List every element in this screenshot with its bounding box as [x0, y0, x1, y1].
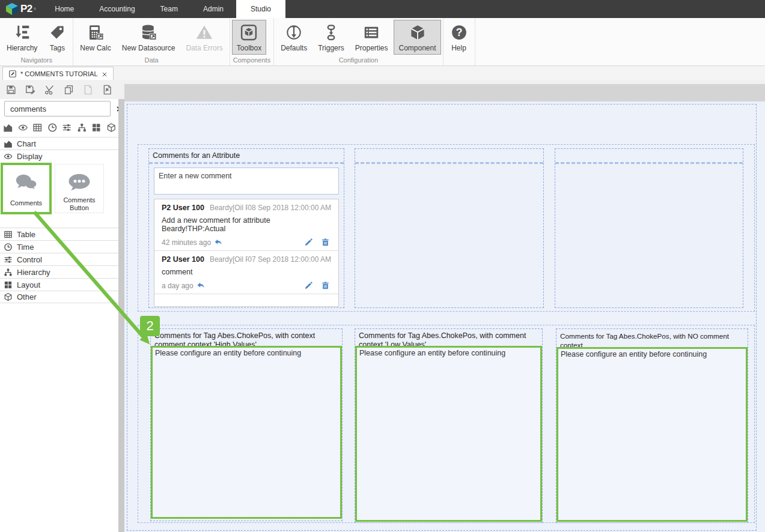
new-datasource-button[interactable]: New Datasource: [117, 20, 180, 55]
comment-card: P2 User 100 Beardy[Oil Prod... 08 Sep 20…: [154, 199, 338, 251]
triggers-icon: [322, 23, 340, 41]
save-icon[interactable]: [5, 84, 17, 95]
display-filter-icon[interactable]: [18, 122, 28, 133]
delete-comment-icon[interactable]: [321, 238, 330, 247]
section-label: Layout: [17, 280, 40, 289]
copy-icon[interactable]: [63, 84, 75, 95]
tree-icon: [4, 268, 13, 277]
cube-icon: [4, 292, 13, 301]
ribbon-group-configuration: Defaults Triggers Properties Component C…: [274, 18, 443, 65]
top-navbar: P2® Home Accounting Team Admin Studio: [0, 0, 765, 18]
comments-component-tile[interactable]: Comments: [1, 163, 52, 214]
tags-button[interactable]: Tags: [43, 20, 71, 55]
ribbon-group-help: ? Help: [443, 18, 475, 65]
document-tab-title: * COMMENTS TUTORIAL: [20, 70, 98, 77]
cut-icon[interactable]: [44, 84, 55, 95]
section-label: Control: [17, 255, 42, 264]
comment-age: a day ago: [162, 282, 194, 290]
ribbon-group-label-configuration: Configuration: [276, 55, 440, 65]
calculator-icon: [87, 23, 105, 41]
panel-title: Comments for an Attribute: [149, 149, 344, 164]
toolbox-button[interactable]: Toolbox: [232, 20, 266, 55]
control-filter-icon[interactable]: [62, 122, 72, 133]
comment-timestamp: 07 Sep 2018 12:00:00 AM: [248, 255, 331, 264]
configure-entity-box[interactable]: Please configure an entity before contin…: [355, 346, 542, 522]
empty-panel[interactable]: [555, 148, 743, 308]
document-tab[interactable]: * COMMENTS TUTORIAL: [2, 67, 114, 80]
table-icon: [4, 230, 13, 239]
toolbox-icon: [240, 23, 258, 41]
comments-icon: [13, 171, 40, 195]
ribbon: Hierarchy Tags Navigators New Calc New D…: [0, 18, 765, 66]
properties-button[interactable]: Properties: [350, 20, 393, 55]
eye-icon: [4, 152, 13, 161]
sidebar-section-other[interactable]: Other: [0, 291, 118, 303]
comments-tag-nocontext-panel[interactable]: Comments for Tag Abes.ChokePos, with NO …: [556, 328, 748, 523]
defaults-button[interactable]: Defaults: [276, 20, 312, 55]
comments-button-component-tile[interactable]: Comments Button: [55, 165, 103, 213]
component-icon: [409, 23, 427, 41]
time-filter-icon[interactable]: [47, 122, 58, 133]
section-label: Hierarchy: [17, 268, 50, 277]
nav-item-studio[interactable]: Studio: [236, 0, 285, 18]
comments-button-icon: [66, 171, 93, 195]
configure-entity-box[interactable]: Please configure an entity before contin…: [556, 347, 748, 522]
grid-icon: [4, 280, 13, 289]
configure-entity-box[interactable]: Please configure an entity before contin…: [151, 346, 342, 519]
sidebar-section-layout[interactable]: Layout: [0, 278, 118, 291]
new-calc-button[interactable]: New Calc: [75, 20, 115, 55]
other-filter-icon[interactable]: [106, 122, 117, 133]
edit-comment-icon[interactable]: [304, 281, 313, 290]
nav-item-admin[interactable]: Admin: [190, 0, 236, 18]
new-calc-button-label: New Calc: [80, 44, 111, 52]
document-tab-bar: * COMMENTS TUTORIAL: [0, 66, 765, 80]
close-icon[interactable]: [102, 71, 108, 77]
tags-button-label: Tags: [50, 44, 65, 52]
comments-tag-low-panel[interactable]: Comments for Tag Abes.ChokePos, with com…: [355, 328, 543, 523]
comment-source: Beardy[Oil Prod...: [210, 204, 248, 212]
nav-item-accounting[interactable]: Accounting: [87, 0, 147, 18]
hierarchy-button[interactable]: Hierarchy: [2, 20, 42, 55]
empty-panel[interactable]: [355, 148, 544, 308]
panel-title: [355, 149, 543, 164]
sidebar-section-hierarchy[interactable]: Hierarchy: [0, 265, 118, 278]
table-filter-icon[interactable]: [32, 122, 43, 133]
reply-icon[interactable]: [214, 238, 223, 247]
hierarchy-filter-icon[interactable]: [77, 122, 87, 133]
search-input[interactable]: [5, 104, 116, 113]
help-button-label: Help: [451, 44, 466, 52]
chart-filter-icon[interactable]: [3, 122, 13, 133]
save-as-icon[interactable]: [25, 84, 36, 95]
sidebar-section-control[interactable]: Control: [0, 253, 118, 265]
section-label: Table: [17, 230, 35, 239]
nav-item-team[interactable]: Team: [148, 0, 190, 18]
delete-comment-icon[interactable]: [321, 281, 330, 290]
comments-tile-label: Comments: [10, 199, 42, 207]
component-button[interactable]: Component: [394, 20, 440, 55]
nav-item-home[interactable]: Home: [42, 0, 87, 18]
comment-text: comment: [162, 268, 331, 276]
sidebar-section-chart[interactable]: Chart: [0, 137, 118, 150]
help-button[interactable]: ? Help: [445, 20, 473, 55]
comment-age: 42 minutes ago: [162, 238, 211, 247]
triggers-button[interactable]: Triggers: [313, 20, 349, 55]
properties-button-label: Properties: [355, 44, 388, 52]
defaults-icon: [285, 23, 303, 41]
new-comment-input[interactable]: Enter a new comment: [154, 168, 339, 195]
layout-filter-icon[interactable]: [91, 122, 102, 133]
comments-tag-high-panel[interactable]: Comments for Tag Abes.ChokePos, with con…: [150, 328, 343, 521]
reply-icon[interactable]: [197, 281, 206, 290]
export-icon[interactable]: [102, 84, 113, 95]
registered-mark: ®: [34, 7, 36, 11]
hierarchy-button-label: Hierarchy: [7, 44, 37, 52]
sidebar-section-table[interactable]: Table: [0, 228, 118, 240]
component-search: [4, 101, 111, 116]
section-label: Chart: [17, 139, 36, 148]
panel-title: [555, 149, 743, 164]
sidebar-section-time[interactable]: Time: [0, 240, 118, 253]
sidebar-section-display[interactable]: Display: [0, 150, 118, 162]
edit-comment-icon[interactable]: [304, 238, 313, 247]
comment-card: P2 User 100 Beardy[Oil Prod... 07 Sep 20…: [154, 251, 338, 294]
comments-attribute-panel[interactable]: Comments for an Attribute Enter a new co…: [148, 148, 344, 308]
p2-logo-icon: [5, 2, 19, 16]
